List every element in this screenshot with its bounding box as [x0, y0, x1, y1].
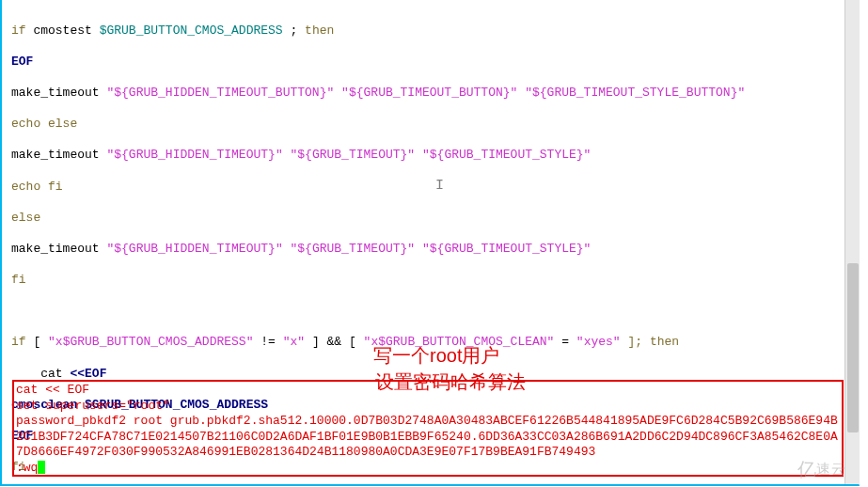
password-pbkdf2-line: password_pbkdf2 root grub.pbkdf2.sha512.…	[16, 414, 840, 461]
cat-eof-line: cat << EOF	[16, 383, 840, 399]
annotation-root-user: 写一个root用户	[373, 348, 499, 364]
vertical-scrollbar[interactable]	[844, 0, 860, 484]
superusers-line: set superusers="root"	[16, 399, 840, 415]
wq-command-line: :wq	[16, 461, 840, 477]
terminal-editor-window: if cmostest $GRUB_BUTTON_CMOS_ADDRESS ; …	[0, 0, 868, 487]
cursor-block	[38, 461, 45, 474]
text-cursor-ibeam: I	[435, 178, 443, 195]
keyword-if: if	[11, 24, 26, 38]
watermark-logo: 亿速云	[797, 462, 846, 478]
heredoc-eof: EOF	[11, 55, 33, 69]
scrollbar-thumb[interactable]	[847, 263, 859, 432]
password-config-block: cat << EOF set superusers="root" passwor…	[12, 380, 844, 477]
